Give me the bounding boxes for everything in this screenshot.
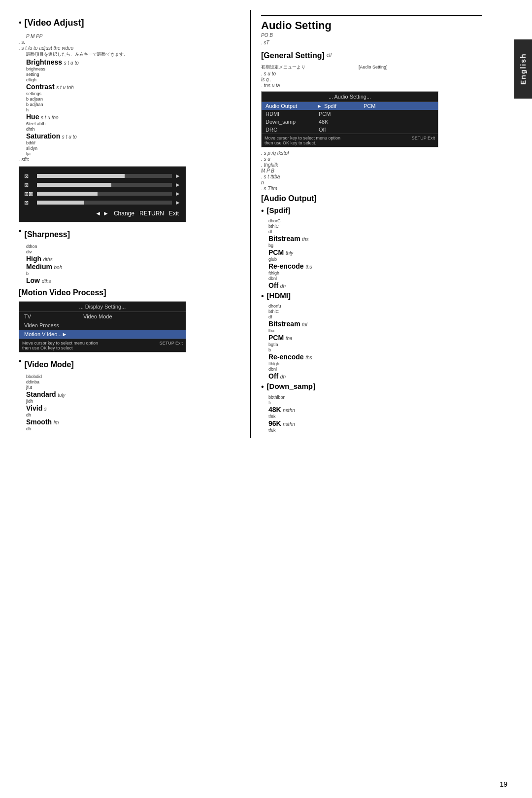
sharpness-line1: dthon (26, 244, 240, 249)
contrast-suffix: s t u toh (56, 85, 74, 90)
standard-suffix: tuly (58, 392, 66, 398)
ap-col2-4: Off (319, 127, 358, 133)
slider-track-2 (37, 183, 172, 187)
slider-arrow-right-1: ► (175, 173, 181, 179)
ap-arrow-1: ► (317, 103, 322, 109)
slider-icon-3: ⊠⊠ (24, 191, 34, 197)
k96-label: 96K (268, 419, 281, 427)
vm-line5: dh (26, 413, 240, 417)
spdif-pcm: PCM thly (268, 248, 482, 256)
return-label: RETURN (139, 210, 164, 217)
brightness-line1: brighness (26, 67, 240, 71)
display-box-footer: Move cursor key to select menu option th… (19, 339, 186, 352)
k48-label: 48K (268, 406, 281, 414)
slider-arrow-right-3: ► (175, 190, 181, 197)
saturation-line1: bthlif (26, 140, 240, 145)
sharpness-line2: div (26, 249, 240, 254)
downsamp-header: • [Down_samp] (261, 382, 482, 391)
contrast-line1: settings (26, 91, 240, 96)
slider-row-3: ⊠⊠ ► (24, 190, 181, 197)
slider-row-4: ⊠ ► (24, 199, 181, 206)
saturation-title: Saturation (26, 132, 60, 140)
medium-suffix: boh (54, 265, 63, 270)
low-suffix: dths (42, 278, 51, 284)
hdmi-title: [HDMI] (267, 291, 291, 300)
sharpness-b: b (26, 271, 240, 276)
display-row-vp: Video Process (19, 321, 186, 330)
ap-col1-2: HDMI (266, 111, 315, 117)
vm-vivid: Vivid s (26, 404, 240, 412)
saturation-line2: slidyn (26, 146, 240, 151)
display-row-mv: Motion V ideo...► (19, 330, 186, 339)
slider-track-4 (37, 201, 172, 205)
slider-arrow-right-2: ► (175, 181, 181, 188)
slider-controls: ◄ ► Change RETURN Exit (24, 209, 181, 218)
contrast-line3: b adjhan (26, 102, 240, 107)
ap-col2-1: Spdif (324, 103, 364, 109)
hdmi-pcm-suffix: tha (286, 336, 293, 341)
saturation-line3: lja (26, 151, 240, 156)
spdif-bitstream-label: Bitstream (268, 235, 300, 243)
subtitle-pm: P M PP (26, 34, 240, 39)
slider-nav-arrows: ◄ ► (95, 210, 109, 217)
ap-footer-line2: then use OK key to select. (265, 140, 340, 145)
brightness-line2: setting (26, 72, 240, 77)
general-setting-suffix: ctl (327, 52, 332, 58)
spdif-off: Off dh (268, 281, 482, 289)
hdmi-p2: bgtla (268, 342, 482, 347)
spdif-off-suffix: dh (280, 283, 286, 289)
ap-footer-left: Move cursor key to select menu option th… (265, 136, 340, 145)
hdmi-bitstream-suffix: tul (302, 322, 307, 327)
video-mode-header: • [Video Mode] (19, 356, 240, 371)
exit-label: Exit (169, 210, 179, 217)
vm-line6: dh (26, 426, 240, 431)
audio-popup-footer: Move cursor key to select menu option th… (262, 134, 438, 147)
vm-line4: jidh (26, 399, 240, 404)
slider-box: ⊠ ► ⊠ ► ⊠⊠ ► (19, 166, 186, 222)
k48-suffix: nsthn (283, 408, 295, 413)
display-col-videomode: Video Mode (83, 313, 112, 319)
contrast-line4: h (26, 107, 240, 112)
audio-popup: ... Audio Setting... Audio Output ► Spdi… (261, 91, 438, 147)
sharpness-high: High dths (26, 255, 240, 263)
brightness-section: Brightness s t u to brighness setting el… (26, 58, 240, 82)
right-column: Audio Setting PO B . sT [General Setting… (250, 10, 492, 438)
slider-track-1 (37, 174, 172, 178)
ap-col2-2: PCM (319, 111, 358, 117)
r-line-p: . s p /q tkstol (261, 150, 482, 156)
hdmi-bitstream-label: Bitstream (268, 320, 300, 328)
general-setting-label: [General Setting] (261, 51, 325, 60)
slider-fill-2 (37, 183, 111, 187)
bullet-hdmi: • (261, 291, 264, 301)
left-column: • [Video Adjust] P M PP . s. . s t /u to… (9, 10, 250, 438)
bullet-downsamp: • (261, 382, 264, 391)
display-col-vp: Video Process (24, 322, 83, 328)
r-line-s3: . s Tltm (261, 186, 482, 191)
display-col-tv: TV (24, 313, 83, 319)
spdif-r1: fthlgh (268, 271, 482, 276)
vm-smooth: Smooth lm (26, 418, 240, 426)
brightness-label: Brightness s t u to (26, 58, 240, 66)
video-adjust-header: • [Video Adjust] (19, 18, 240, 31)
display-box: ... Display Setting... TV Video Mode Vid… (19, 301, 186, 352)
bullet-spdif: • (261, 206, 264, 215)
bullet-video-mode: • (19, 356, 22, 366)
spdif-line3: df (268, 229, 482, 234)
medium-label: Medium (26, 263, 52, 271)
slider-row-1: ⊠ ► (24, 173, 181, 179)
hue-line1: 6leef abth (26, 121, 240, 126)
slider-track-3 (37, 192, 172, 196)
contrast-title: Contrast (26, 83, 55, 91)
vivid-label: Vivid (26, 404, 42, 412)
hue-suffix: s t u tho (41, 115, 59, 120)
slider-icon-1: ⊠ (24, 173, 34, 179)
high-label: High (26, 255, 41, 263)
hdmi-line3: df (268, 314, 482, 319)
slider-fill-4 (37, 201, 84, 205)
line1: . s. (19, 39, 240, 45)
r-line-hl: . thghilk (261, 162, 482, 168)
contrast-section: Contrast s t u toh settings b adjsan b a… (26, 83, 240, 112)
audio-setting-title: Audio Setting (261, 19, 332, 32)
hdmi-r1: fthlgh (268, 361, 482, 366)
r-line-s: . s u to (261, 71, 482, 76)
